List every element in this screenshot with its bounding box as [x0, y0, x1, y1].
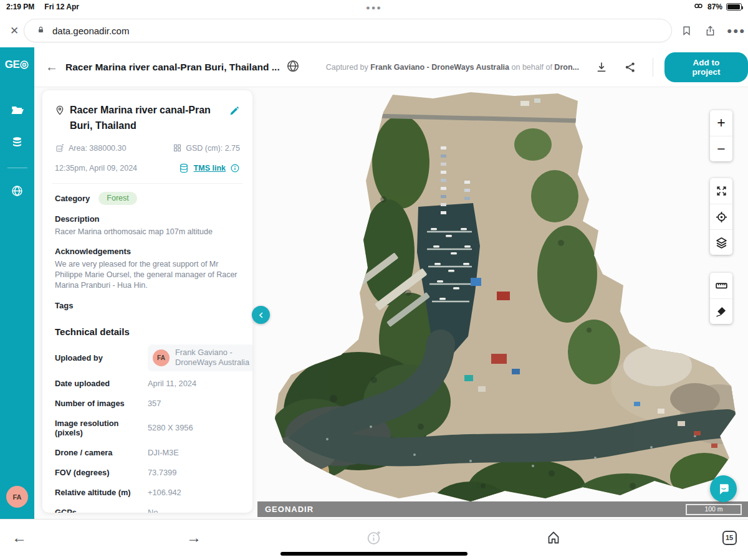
description-label: Description — [55, 214, 240, 224]
tech-row-relative-altitude: Relative altitude (m) +106.942 — [55, 488, 240, 497]
user-avatar[interactable]: FA — [6, 486, 28, 508]
dataset-header: ← Racer Marina river canal-Pran Buri, Th… — [34, 47, 748, 87]
gsd-value: GSD (cm): 2.75 — [186, 144, 240, 153]
battery-icon — [726, 3, 742, 11]
download-icon[interactable] — [595, 61, 608, 74]
tms-link[interactable]: TMS link — [194, 164, 226, 173]
sidebar-divider — [7, 168, 27, 168]
ruler-icon[interactable] — [710, 273, 732, 298]
tech-label: GCPs — [55, 508, 148, 513]
home-indicator[interactable] — [280, 552, 467, 556]
tech-row-image-resolution: Image resolution (pixels) 5280 X 3956 — [55, 419, 240, 437]
map-scale: 100 m — [686, 504, 742, 515]
technical-details-title: Technical details — [55, 326, 240, 337]
address-bar[interactable]: data.geonadir.com — [24, 19, 672, 42]
zoom-out-button[interactable]: − — [710, 136, 732, 161]
tech-row-uploaded-by: Uploaded by FA Frank Gaviano - DroneWays… — [55, 348, 240, 368]
tech-value: DJI-M3E — [148, 448, 179, 457]
browser-bottom-toolbar: ← → 15 — [0, 519, 748, 560]
tags-label: Tags — [55, 301, 240, 310]
public-globe-icon[interactable] — [286, 59, 300, 75]
home-icon[interactable] — [543, 527, 564, 548]
dataset-title: Racer Marina river canal-Pran Buri, Thai… — [65, 62, 280, 73]
url-text: data.geonadir.com — [52, 26, 129, 36]
attribution-brand: GEONADIR — [265, 505, 314, 514]
on-behalf-name: Dron... — [554, 63, 579, 72]
share-page-icon[interactable] — [702, 22, 718, 39]
tech-label: Number of images — [55, 399, 148, 408]
collapse-panel-button[interactable] — [252, 306, 270, 324]
logo-text: GE — [5, 59, 20, 71]
fullscreen-icon[interactable] — [710, 178, 732, 204]
chevron-left-icon — [257, 311, 266, 320]
uploader-pill[interactable]: FA Frank Gaviano - DroneWays Australia — [148, 344, 252, 371]
captured-by-name: Frank Gaviano - DroneWays Australia — [370, 63, 509, 72]
draw-marker-icon[interactable] — [710, 298, 732, 324]
browser-toolbar: ✕ data.geonadir.com ●●● — [0, 14, 748, 47]
chat-widget-button[interactable] — [710, 475, 737, 502]
tech-value: +106.942 — [148, 488, 181, 497]
category-badge: Forest — [98, 192, 137, 205]
bookmark-icon[interactable] — [678, 22, 694, 39]
nav-back-icon[interactable]: ← — [9, 527, 30, 548]
nav-forward-icon[interactable]: → — [183, 527, 204, 548]
measure-tools — [710, 273, 732, 324]
on-behalf-prefix: on behalf of — [512, 63, 552, 72]
tech-value: Frank Gaviano - DroneWays Australia — [175, 348, 250, 368]
view-controls — [710, 178, 732, 255]
svg-text:m²: m² — [58, 147, 62, 151]
add-to-project-button[interactable]: Add to project — [664, 52, 748, 82]
tech-label: Date uploaded — [55, 379, 148, 388]
area-value: Area: 388000.30 — [69, 144, 126, 153]
tech-label: FOV (degrees) — [55, 468, 148, 477]
close-tab-icon[interactable]: ✕ — [6, 22, 22, 39]
header-divider — [653, 58, 653, 77]
explore-globe-icon[interactable] — [11, 184, 24, 200]
logo-lens-icon — [19, 60, 29, 70]
datasets-icon[interactable] — [11, 136, 24, 151]
tech-label: Uploaded by — [55, 353, 148, 363]
app-sidebar: GE FA — [0, 47, 34, 519]
info-icon[interactable] — [230, 163, 240, 173]
edit-title-icon[interactable] — [229, 105, 240, 134]
panel-divider — [52, 183, 242, 184]
uploader-avatar: FA — [153, 349, 170, 366]
tech-value: 357 — [148, 399, 161, 408]
tech-row-number-of-images: Number of images 357 — [55, 399, 240, 408]
status-dots-icon: ●●● — [0, 4, 748, 11]
status-bar: 2:19 PM Fri 12 Apr ●●● 87% — [0, 0, 748, 14]
captured-by-line: Captured by Frank Gaviano - DroneWays Au… — [326, 63, 579, 72]
description-text: Racer Marina orthomosaic map 107m altitu… — [55, 227, 240, 237]
location-pin-icon — [55, 105, 65, 134]
panel-title: Racer Marina river canal-Pran Buri, Thai… — [70, 103, 223, 134]
tech-value: No — [148, 508, 158, 513]
dataset-details-panel: Racer Marina river canal-Pran Buri, Thai… — [42, 90, 252, 513]
tech-row-fov: FOV (degrees) 73.7399 — [55, 468, 240, 477]
tech-row-date-uploaded: Date uploaded April 11, 2024 — [55, 379, 240, 388]
zoom-in-button[interactable]: + — [710, 110, 732, 136]
capture-datetime: 12:35pm, April 09, 2024 — [55, 164, 137, 173]
captured-by-prefix: Captured by — [326, 63, 368, 72]
tab-switcher[interactable]: 15 — [719, 527, 740, 548]
category-label: Category — [55, 194, 90, 203]
locate-icon[interactable] — [710, 204, 732, 229]
area-stat: m² Area: 388000.30 — [55, 143, 126, 153]
area-icon: m² — [55, 143, 65, 153]
zoom-controls: + − — [710, 110, 732, 161]
tab-count: 15 — [722, 531, 737, 545]
map-attribution: GEONADIR 100 m — [257, 501, 748, 517]
map-viewport[interactable]: + − GEONADIR 100 m — [34, 87, 748, 519]
page-info-icon[interactable] — [363, 527, 385, 548]
acknowledgements-text: We are very pleased for the great suppor… — [55, 259, 240, 292]
lock-icon — [37, 26, 45, 36]
tech-value: 5280 X 3956 — [148, 423, 193, 432]
geonadir-logo[interactable]: GE — [5, 59, 30, 71]
browser-menu-icon[interactable]: ●●● — [728, 22, 744, 39]
tech-label: Relative altitude (m) — [55, 488, 148, 497]
acknowledgements-label: Acknowledgements — [55, 247, 240, 256]
chat-bubble-icon — [717, 482, 731, 496]
share-dataset-icon[interactable] — [624, 61, 636, 74]
projects-folder-icon[interactable] — [11, 103, 24, 120]
back-arrow-icon[interactable]: ← — [46, 60, 58, 74]
layers-icon[interactable] — [710, 229, 732, 255]
